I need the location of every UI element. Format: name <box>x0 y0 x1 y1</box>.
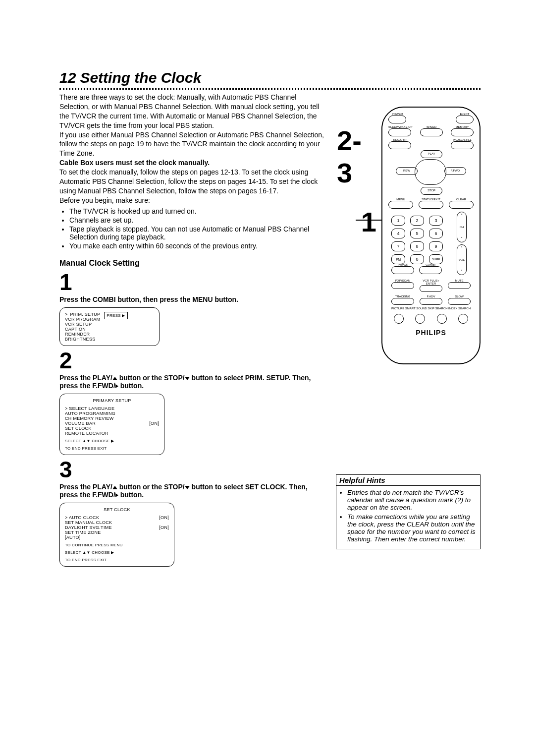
intro-paragraph-1: There are three ways to set the clock: M… <box>59 93 327 130</box>
osd-footer: TO CONTINUE PRESS MENU <box>65 543 169 547</box>
sound-label: SMART SOUND <box>405 307 427 310</box>
osd-item: SET MANUAL CLOCK <box>65 520 112 525</box>
num-9-button[interactable]: 9 <box>429 241 443 251</box>
index-label: INDEX SEARCH <box>448 307 471 310</box>
list-item: The TV/VCR is hooked up and turned on. <box>69 207 327 215</box>
down-triangle-icon <box>185 486 190 489</box>
helpful-hints-title: Helpful Hints <box>336 474 481 486</box>
osd-menu-2: PRIMARY SETUP > SELECT LANGUAGE AUTO PRO… <box>59 394 164 455</box>
combi-button[interactable] <box>419 266 442 274</box>
osd-item: AUTO CLOCK <box>69 515 99 520</box>
osd-menu-3: SET CLOCK > AUTO CLOCK[ON] SET MANUAL CL… <box>59 503 174 567</box>
skip-search-button[interactable] <box>437 314 447 324</box>
num-7-button[interactable]: 7 <box>391 241 405 251</box>
osd-item: [AUTO] <box>65 535 81 540</box>
osd-item: AUTO PROGRAMMING <box>65 411 115 416</box>
brand-logo: PHILIPS <box>416 329 446 337</box>
nav-ring <box>415 159 446 185</box>
helpful-hints-box: Helpful Hints Entries that do not match … <box>336 474 481 549</box>
num-1-button[interactable]: 1 <box>391 216 405 226</box>
osd-item: SET TIME ZONE <box>65 530 101 535</box>
rec-button[interactable] <box>388 141 411 149</box>
osd-value: [ON] <box>159 525 169 530</box>
osd-item: CH MEMORY REVIEW <box>65 416 113 421</box>
page-title: Setting the Clock <box>80 69 201 86</box>
prereq-list: The TV/VCR is hooked up and turned on. C… <box>59 207 327 250</box>
mute-button[interactable] <box>448 282 471 289</box>
channel-rocker[interactable]: ˄CH˅ <box>457 212 467 242</box>
index-search-button[interactable] <box>458 314 468 324</box>
slow-button[interactable] <box>448 298 471 305</box>
surf-button[interactable]: SURF <box>429 254 443 264</box>
smart-picture-button[interactable] <box>394 314 404 324</box>
callout-1: 1 <box>361 206 376 238</box>
num-2-button[interactable]: 2 <box>410 216 424 226</box>
osd-title: PRIMARY SETUP <box>65 398 159 403</box>
osd-press-hint: PRESS ▶ <box>104 312 127 319</box>
osd-footer: SELECT ▲▼ CHOOSE ▶ <box>65 550 169 555</box>
list-item: Tape playback is stopped. You can not us… <box>69 225 327 241</box>
osd-item: REMINDER <box>65 332 100 337</box>
num-5-button[interactable]: 5 <box>410 229 424 238</box>
remote-control-illustration: POWER EJECT SLEEP/WAKE UP SPEED MEMORY R… <box>381 107 481 364</box>
osd-item: PRIM. SETUP <box>70 312 101 317</box>
num-3-button[interactable]: 3 <box>429 216 443 226</box>
memory-button[interactable] <box>451 128 474 136</box>
osd-item: CAPTION <box>65 327 100 332</box>
up-triangle-icon <box>112 377 117 380</box>
osd-item: REMOTE LOCATOR <box>65 431 108 436</box>
eject-label: EJECT <box>456 113 474 116</box>
osd-marker: > <box>65 312 68 317</box>
right-column: 2-3 1 POWER EJECT SLEEP/WAKE UP SPEED ME… <box>337 93 481 567</box>
rew-button[interactable]: REW <box>396 167 418 175</box>
page-number: 12 <box>59 69 76 86</box>
frame-advance-button[interactable] <box>420 298 442 305</box>
page-header: 12 Setting the Clock <box>59 69 481 86</box>
osd-item: VOLUME BAR <box>65 421 96 426</box>
pause-button[interactable] <box>451 141 474 149</box>
num-4-button[interactable]: 4 <box>391 229 405 238</box>
tracking-button[interactable] <box>391 298 414 305</box>
power-button[interactable] <box>388 116 406 123</box>
osd-value: [ON] <box>159 515 169 520</box>
clear-button[interactable] <box>449 201 474 209</box>
num-0-button[interactable]: 0 <box>410 254 424 264</box>
power-label: POWER <box>388 113 406 116</box>
pause-label: PAUSE/STILL <box>451 138 474 141</box>
speed-button[interactable] <box>420 128 443 136</box>
num-6-button[interactable]: 6 <box>429 229 443 238</box>
tv-vcr-button[interactable] <box>391 266 414 274</box>
smart-sound-button[interactable] <box>415 314 425 324</box>
skip-label: SKIP SEARCH <box>428 307 447 310</box>
stop-button[interactable]: STOP <box>421 187 442 195</box>
intro-paragraph-2: If you use either Manual PBS Channel Sel… <box>59 130 327 159</box>
vcr-plus-button[interactable] <box>420 285 442 292</box>
menu-button[interactable] <box>388 201 413 209</box>
eject-button[interactable] <box>456 116 474 123</box>
sleep-label: SLEEP/WAKE UP <box>388 125 412 128</box>
osd-item: SET CLOCK <box>65 426 92 431</box>
status-exit-button[interactable] <box>419 201 443 209</box>
ffwd-button[interactable]: F.FWD <box>444 167 466 175</box>
callout-2-3: 2-3 <box>337 124 376 189</box>
osd-item: VCR SETUP <box>65 322 100 327</box>
list-item: Channels are set up. <box>69 216 327 224</box>
nav-cluster: PLAY STOP REW F.FWD <box>394 150 468 195</box>
picture-label: PICTURE <box>391 307 404 310</box>
volume-rocker[interactable]: ˄VOL˅ <box>457 244 467 275</box>
left-column: There are three ways to set the clock: M… <box>59 93 327 567</box>
intro-paragraph-3: To set the clock manually, follow the st… <box>59 168 327 196</box>
number-pad: 1 2 3 4 5 6 7 8 9 FM 0 SURF <box>391 216 443 264</box>
sleep-button[interactable] <box>388 128 411 136</box>
osd-footer: TO END PRESS EXIT <box>65 446 159 451</box>
step-3-number: 3 <box>59 458 327 481</box>
play-button[interactable]: PLAY <box>421 150 442 158</box>
step-2-number: 2 <box>59 349 327 372</box>
fm-button[interactable]: FM <box>391 254 405 264</box>
dotted-divider <box>59 88 481 90</box>
num-8-button[interactable]: 8 <box>410 241 424 251</box>
pxp-scan-button[interactable] <box>391 282 414 289</box>
osd-footer: TO END PRESS EXIT <box>65 558 169 562</box>
osd-title: SET CLOCK <box>65 507 169 512</box>
osd-item: SELECT LANGUAGE <box>69 406 114 411</box>
